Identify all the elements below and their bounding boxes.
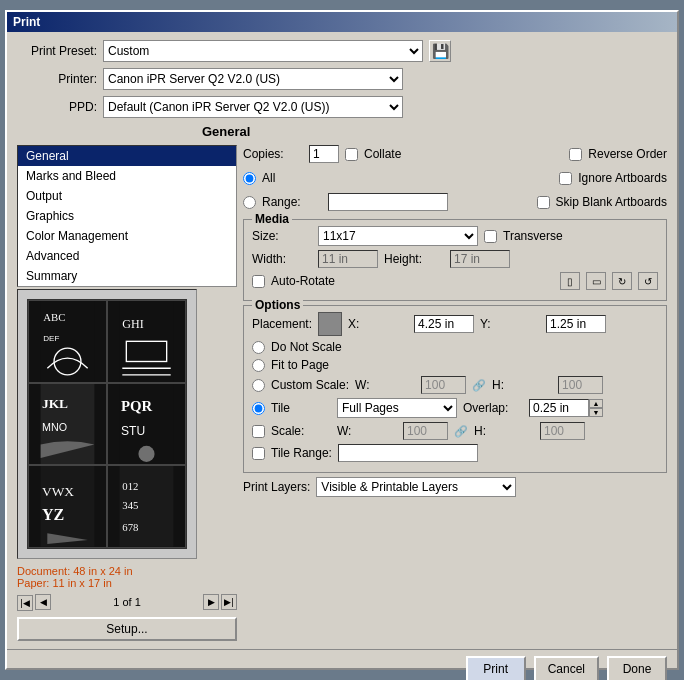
tile-range-checkbox[interactable]: [252, 447, 265, 460]
overlap-input[interactable]: [529, 399, 589, 417]
portrait-icon[interactable]: ▯: [560, 272, 580, 290]
media-dimensions-row: Width: Height:: [252, 250, 658, 268]
placement-row: Placement: X: Y:: [252, 312, 658, 336]
setup-button[interactable]: Setup...: [17, 617, 237, 641]
reverse-order-label: Reverse Order: [588, 147, 667, 161]
title-bar: Print: [7, 12, 677, 32]
document-size: Document: 48 in x 24 in: [17, 565, 237, 577]
paper-size: Paper: 11 in x 17 in: [17, 577, 237, 589]
done-button[interactable]: Done: [607, 656, 667, 680]
printer-row: Printer: Canon iPR Server Q2 V2.0 (US): [17, 68, 667, 90]
x-label: X:: [348, 317, 408, 331]
tile-range-input[interactable]: [338, 444, 478, 462]
preview-cell-2: GHI: [107, 300, 186, 383]
dialog-title: Print: [13, 15, 40, 29]
transverse-checkbox[interactable]: [484, 230, 497, 243]
nav-item-marks-bleed[interactable]: Marks and Bleed: [18, 166, 236, 186]
rotate-cw-icon[interactable]: ↻: [612, 272, 632, 290]
size-select[interactable]: 11x17: [318, 226, 478, 246]
dialog-body: Print Preset: Custom 💾 Printer: Canon iP…: [7, 32, 677, 649]
nav-item-output[interactable]: Output: [18, 186, 236, 206]
height-label: Height:: [384, 252, 444, 266]
rotate-ccw-icon[interactable]: ↺: [638, 272, 658, 290]
nav-item-color-management[interactable]: Color Management: [18, 226, 236, 246]
main-content: General Marks and Bleed Output Graphics …: [17, 145, 667, 641]
auto-rotate-checkbox[interactable]: [252, 275, 265, 288]
custom-scale-w-input[interactable]: [421, 376, 466, 394]
tile-range-label: Tile Range:: [271, 446, 332, 460]
nav-item-graphics[interactable]: Graphics: [18, 206, 236, 226]
svg-text:MNO: MNO: [42, 421, 67, 433]
footer-buttons: Print Cancel Done: [7, 649, 677, 680]
range-radio[interactable]: [243, 196, 256, 209]
preview-cell-3: JKL MNO: [28, 383, 107, 466]
width-input: [318, 250, 378, 268]
placement-label: Placement:: [252, 317, 312, 331]
range-input[interactable]: [328, 193, 448, 211]
h-label-tile: H:: [474, 424, 534, 438]
w-label-tile: W:: [337, 424, 397, 438]
range-label: Range:: [262, 195, 322, 209]
ppd-row: PPD: Default (Canon iPR Server Q2 V2.0 (…: [17, 96, 667, 118]
overlap-spin: ▲ ▼: [529, 399, 603, 417]
printer-select[interactable]: Canon iPR Server Q2 V2.0 (US): [103, 68, 403, 90]
custom-scale-h-input[interactable]: [558, 376, 603, 394]
size-label: Size:: [252, 229, 312, 243]
first-page-button[interactable]: |◀: [17, 595, 33, 611]
svg-text:345: 345: [122, 499, 138, 511]
page-info: 1 of 1: [53, 596, 201, 608]
cancel-button[interactable]: Cancel: [534, 656, 599, 680]
print-dialog: Print Print Preset: Custom 💾 Printer: Ca…: [5, 10, 679, 670]
all-label: All: [262, 171, 322, 185]
printer-label: Printer:: [17, 72, 97, 86]
custom-scale-label: Custom Scale:: [271, 378, 349, 392]
auto-rotate-label: Auto-Rotate: [271, 274, 335, 288]
save-preset-button[interactable]: 💾: [429, 40, 451, 62]
h-label-scale: H:: [492, 378, 552, 392]
tile-select[interactable]: Full Pages Imageable Areas: [337, 398, 457, 418]
next-page-button[interactable]: ▶: [203, 594, 219, 610]
tile-row: Tile Full Pages Imageable Areas Overlap:…: [252, 398, 658, 418]
collate-label: Collate: [364, 147, 424, 161]
nav-item-advanced[interactable]: Advanced: [18, 246, 236, 266]
reverse-order-checkbox[interactable]: [569, 148, 582, 161]
all-radio[interactable]: [243, 172, 256, 185]
tile-scale-h-input[interactable]: [540, 422, 585, 440]
overlap-up-button[interactable]: ▲: [589, 399, 603, 408]
preset-select[interactable]: Custom: [103, 40, 423, 62]
all-row: All Ignore Artboards: [243, 171, 667, 185]
placement-icon[interactable]: [318, 312, 342, 336]
prev-page-button[interactable]: ◀: [35, 594, 51, 610]
landscape-icon[interactable]: ▭: [586, 272, 606, 290]
media-group: Media Size: 11x17 Transverse Width: Heig…: [243, 219, 667, 301]
do-not-scale-label: Do Not Scale: [271, 340, 342, 354]
fit-to-page-radio[interactable]: [252, 359, 265, 372]
y-label: Y:: [480, 317, 540, 331]
overlap-down-button[interactable]: ▼: [589, 408, 603, 417]
tile-scale-w-input[interactable]: [403, 422, 448, 440]
do-not-scale-radio[interactable]: [252, 341, 265, 354]
last-page-button[interactable]: ▶|: [221, 594, 237, 610]
tile-radio[interactable]: [252, 402, 265, 415]
collate-checkbox[interactable]: [345, 148, 358, 161]
ppd-select[interactable]: Default (Canon iPR Server Q2 V2.0 (US)): [103, 96, 403, 118]
tile-scale-checkbox[interactable]: [252, 425, 265, 438]
print-button[interactable]: Print: [466, 656, 526, 680]
options-group: Options Placement: X: Y: Do Not Scale: [243, 305, 667, 473]
nav-item-summary[interactable]: Summary: [18, 266, 236, 286]
svg-text:VWX: VWX: [42, 484, 74, 499]
nav-item-general[interactable]: General: [18, 146, 236, 166]
do-not-scale-row: Do Not Scale: [252, 340, 658, 354]
print-layers-select[interactable]: Visible & Printable Layers Visible Layer…: [316, 477, 516, 497]
tile-label: Tile: [271, 401, 331, 415]
height-input: [450, 250, 510, 268]
svg-text:STU: STU: [121, 424, 145, 438]
x-input[interactable]: [414, 315, 474, 333]
custom-scale-row: Custom Scale: W: 🔗 H:: [252, 376, 658, 394]
skip-blank-checkbox[interactable]: [537, 196, 550, 209]
custom-scale-radio[interactable]: [252, 379, 265, 392]
copies-input[interactable]: [309, 145, 339, 163]
nav-list: General Marks and Bleed Output Graphics …: [17, 145, 237, 287]
y-input[interactable]: [546, 315, 606, 333]
ignore-artboards-checkbox[interactable]: [559, 172, 572, 185]
